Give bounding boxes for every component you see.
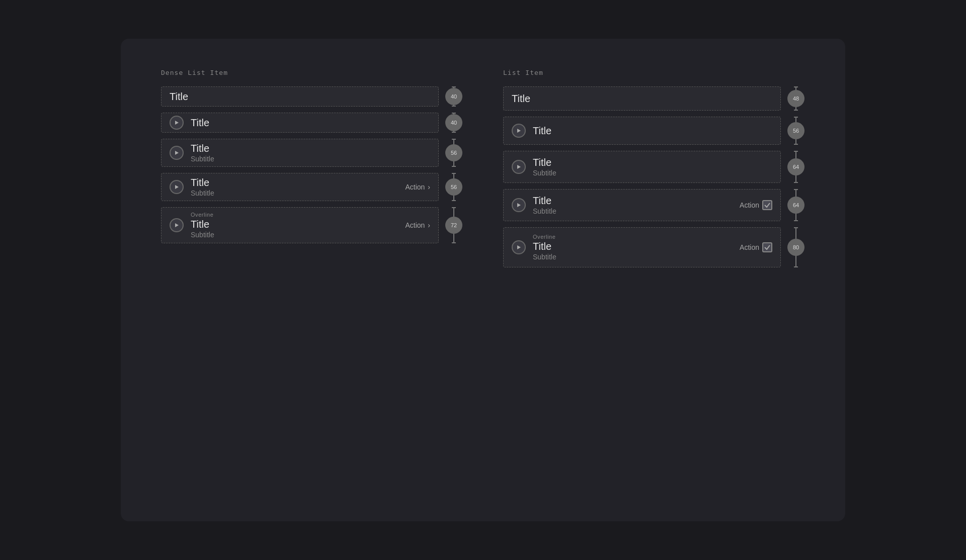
list-item-row-normal-1: Title 48 [503, 86, 805, 111]
item-text-normal-4: TitleSubtitle [533, 195, 733, 216]
list-item-box-dense-3[interactable]: TitleSubtitle [161, 139, 439, 167]
item-title-dense-1: Title [170, 90, 430, 103]
item-overline-dense-5: Overline [191, 211, 398, 218]
list-item-row-dense-4: TitleSubtitleAction› 56 [161, 173, 463, 201]
play-icon[interactable] [512, 198, 526, 212]
checkbox-icon-normal-5[interactable] [762, 242, 772, 252]
svg-marker-5 [517, 165, 521, 169]
item-text-dense-2: Title [191, 117, 430, 129]
item-text-dense-1: Title [170, 90, 430, 103]
list-item-box-normal-3[interactable]: TitleSubtitle [503, 151, 781, 183]
list-item-box-dense-1[interactable]: Title [161, 86, 439, 107]
item-text-dense-5: OverlineTitleSubtitle [191, 211, 398, 239]
play-icon[interactable] [512, 240, 526, 254]
list-item-row-dense-3: TitleSubtitle 56 [161, 139, 463, 167]
height-indicator-dense-1: 40 [445, 86, 463, 107]
list-item-box-normal-1[interactable]: Title [503, 86, 781, 111]
height-indicator-dense-2: 40 [445, 113, 463, 133]
item-text-normal-1: Title [512, 92, 772, 105]
item-action-group-dense-4[interactable]: Action› [405, 183, 430, 191]
svg-marker-6 [517, 203, 521, 207]
height-indicator-dense-5: 72 [445, 207, 463, 243]
height-indicator-normal-1: 48 [787, 86, 805, 111]
chevron-icon-dense-4: › [428, 183, 430, 191]
list-item-box-dense-5[interactable]: OverlineTitleSubtitleAction› [161, 207, 439, 243]
svg-marker-2 [175, 185, 179, 189]
item-action-group-normal-5[interactable]: Action [740, 242, 772, 252]
item-action-label-dense-4: Action [405, 183, 425, 191]
play-icon[interactable] [170, 116, 184, 130]
section-dense: Dense List ItemTitle 40 Title 40 TitleSu… [161, 69, 463, 491]
svg-marker-0 [175, 121, 179, 125]
item-text-normal-3: TitleSubtitle [533, 156, 772, 177]
item-action-group-dense-5[interactable]: Action› [405, 221, 430, 229]
play-icon[interactable] [170, 146, 184, 160]
svg-marker-4 [517, 129, 521, 133]
item-title-normal-3: Title [533, 156, 772, 168]
item-text-dense-3: TitleSubtitle [191, 142, 430, 163]
list-item-row-normal-3: TitleSubtitle 64 [503, 151, 805, 183]
list-item-row-normal-5: OverlineTitleSubtitleAction 80 [503, 227, 805, 267]
checkbox-icon-normal-4[interactable] [762, 200, 772, 210]
section-label-dense: Dense List Item [161, 69, 463, 76]
item-action-label-normal-5: Action [740, 243, 759, 251]
height-indicator-dense-3: 56 [445, 139, 463, 167]
item-title-dense-5: Title [191, 218, 398, 230]
list-container-dense: Title 40 Title 40 TitleSubtitle [161, 86, 463, 243]
play-icon[interactable] [170, 180, 184, 194]
item-subtitle-dense-4: Subtitle [191, 189, 398, 198]
list-item-row-normal-2: Title 56 [503, 117, 805, 145]
section-normal: List ItemTitle 48 Title 56 TitleSubtitle [503, 69, 805, 491]
list-item-box-dense-4[interactable]: TitleSubtitleAction› [161, 173, 439, 201]
item-title-normal-2: Title [533, 125, 772, 137]
item-title-normal-4: Title [533, 195, 733, 207]
list-item-box-dense-2[interactable]: Title [161, 113, 439, 133]
item-overline-normal-5: Overline [533, 233, 733, 240]
svg-marker-7 [517, 245, 521, 249]
item-title-dense-2: Title [191, 117, 430, 129]
item-title-dense-4: Title [191, 176, 398, 189]
height-indicator-normal-4: 64 [787, 189, 805, 221]
height-indicator-normal-5: 80 [787, 227, 805, 267]
height-indicator-dense-4: 56 [445, 173, 463, 201]
main-container: Dense List ItemTitle 40 Title 40 TitleSu… [121, 39, 845, 521]
list-item-row-dense-1: Title 40 [161, 86, 463, 107]
item-title-normal-5: Title [533, 240, 733, 252]
item-text-dense-4: TitleSubtitle [191, 176, 398, 198]
item-subtitle-normal-5: Subtitle [533, 252, 733, 261]
list-container-normal: Title 48 Title 56 TitleSubtitle [503, 86, 805, 267]
list-item-box-normal-2[interactable]: Title [503, 117, 781, 145]
play-icon[interactable] [512, 160, 526, 174]
height-indicator-normal-2: 56 [787, 117, 805, 145]
item-subtitle-normal-3: Subtitle [533, 168, 772, 177]
item-subtitle-dense-5: Subtitle [191, 230, 398, 239]
list-item-box-normal-5[interactable]: OverlineTitleSubtitleAction [503, 227, 781, 267]
list-item-row-dense-5: OverlineTitleSubtitleAction› 72 [161, 207, 463, 243]
item-title-dense-3: Title [191, 142, 430, 154]
item-subtitle-dense-3: Subtitle [191, 154, 430, 163]
item-action-group-normal-4[interactable]: Action [740, 200, 772, 210]
item-title-normal-1: Title [512, 92, 772, 105]
height-indicator-normal-3: 64 [787, 151, 805, 183]
list-item-row-normal-4: TitleSubtitleAction 64 [503, 189, 805, 221]
item-text-normal-5: OverlineTitleSubtitle [533, 233, 733, 261]
item-action-label-normal-4: Action [740, 201, 759, 209]
chevron-icon-dense-5: › [428, 221, 430, 229]
play-icon[interactable] [170, 218, 184, 232]
item-subtitle-normal-4: Subtitle [533, 207, 733, 216]
list-item-row-dense-2: Title 40 [161, 113, 463, 133]
item-action-label-dense-5: Action [405, 221, 425, 229]
item-text-normal-2: Title [533, 125, 772, 137]
section-label-normal: List Item [503, 69, 805, 76]
svg-marker-1 [175, 151, 179, 155]
list-item-box-normal-4[interactable]: TitleSubtitleAction [503, 189, 781, 221]
play-icon[interactable] [512, 124, 526, 138]
svg-marker-3 [175, 223, 179, 227]
